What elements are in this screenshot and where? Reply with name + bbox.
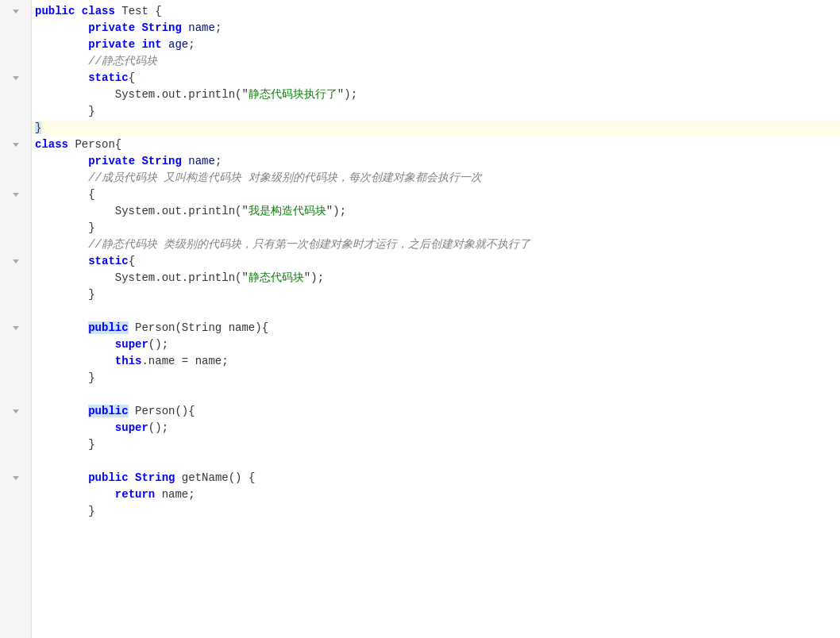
line-content-10: private String name; <box>32 153 824 170</box>
line-content-25: public Person(){ <box>32 403 824 420</box>
editor-container: public class Test { private String name;… <box>0 0 840 638</box>
gutter-line-31 <box>12 503 20 520</box>
line-content-24 <box>32 386 824 403</box>
code-line-6: System.out.println("静态代码块执行了"); <box>32 86 840 103</box>
code-line-31: } <box>32 503 840 520</box>
code-line-27: } <box>32 436 840 453</box>
line-content-5: static{ <box>32 70 824 86</box>
line-content-17: System.out.println("静态代码块"); <box>32 270 824 286</box>
line-content-13: System.out.println("我是构造代码块"); <box>32 203 824 220</box>
code-line-7: } <box>32 103 840 120</box>
gutter-line-11 <box>12 170 20 186</box>
code-line-23: } <box>32 370 840 386</box>
fold-marker-20[interactable] <box>12 320 20 336</box>
gutter-line-27 <box>12 436 20 453</box>
code-line-18: } <box>32 286 840 303</box>
gutter-line-10 <box>12 153 20 170</box>
gutter-line-3 <box>12 37 20 53</box>
line-content-22: this.name = name; <box>32 353 824 370</box>
gutter-line-30 <box>12 486 20 503</box>
line-content-3: private int age; <box>32 37 824 53</box>
code-line-17: System.out.println("静态代码块"); <box>32 270 840 286</box>
gutter-line-14 <box>12 220 20 236</box>
line-content-18: } <box>32 286 824 303</box>
gutter-line-23 <box>12 370 20 386</box>
code-gutter <box>0 0 32 638</box>
line-content-1: public class Test { <box>32 3 824 20</box>
gutter-line-24 <box>12 386 20 403</box>
line-content-19 <box>32 303 824 320</box>
code-line-20: public Person(String name){ <box>32 320 840 336</box>
code-line-13: System.out.println("我是构造代码块"); <box>32 203 840 220</box>
gutter-line-6 <box>12 86 20 103</box>
line-content-11: //成员代码块 又叫构造代码块 对象级别的代码块，每次创建对象都会执行一次 <box>32 170 824 186</box>
line-content-26: super(); <box>32 420 824 436</box>
code-line-16: static{ <box>32 253 840 270</box>
code-line-11: //成员代码块 又叫构造代码块 对象级别的代码块，每次创建对象都会执行一次 <box>32 170 840 186</box>
code-line-22: this.name = name; <box>32 353 840 370</box>
code-line-9: class Person{ <box>32 136 840 153</box>
code-line-28 <box>32 453 840 470</box>
line-content-12: { <box>32 186 824 203</box>
code-line-25: public Person(){ <box>32 403 840 420</box>
line-content-7: } <box>32 103 824 120</box>
fold-marker-25[interactable] <box>12 403 20 420</box>
gutter-line-21 <box>12 336 20 353</box>
gutter-line-18 <box>12 286 20 303</box>
gutter-line-8 <box>12 120 20 136</box>
line-content-4: //静态代码块 <box>32 53 824 70</box>
gutter-line-19 <box>12 303 20 320</box>
line-content-6: System.out.println("静态代码块执行了"); <box>32 86 824 103</box>
fold-marker-1[interactable] <box>12 3 20 20</box>
line-content-20: public Person(String name){ <box>32 320 824 336</box>
code-line-19 <box>32 303 840 320</box>
gutter-line-26 <box>12 420 20 436</box>
code-line-10: private String name; <box>32 153 840 170</box>
code-line-8: } <box>32 120 840 136</box>
line-content-8: } <box>32 120 824 136</box>
code-line-24 <box>32 386 840 403</box>
code-line-4: //静态代码块 <box>32 53 840 70</box>
gutter-line-7 <box>12 103 20 120</box>
code-line-5: static{ <box>32 70 840 86</box>
code-line-15: //静态代码块 类级别的代码块，只有第一次创建对象时才运行，之后创建对象就不执行… <box>32 236 840 253</box>
line-content-14: } <box>32 220 824 236</box>
line-content-28 <box>32 453 824 470</box>
line-content-21: super(); <box>32 336 824 353</box>
code-line-3: private int age; <box>32 37 840 53</box>
gutter-line-2 <box>12 20 20 37</box>
line-content-29: public String getName() { <box>32 470 824 486</box>
line-content-9: class Person{ <box>32 136 824 153</box>
fold-marker-12[interactable] <box>12 186 20 203</box>
gutter-line-22 <box>12 353 20 370</box>
gutter-line-17 <box>12 270 20 286</box>
gutter-line-13 <box>12 203 20 220</box>
fold-marker-9[interactable] <box>12 136 20 153</box>
code-line-26: super(); <box>32 420 840 436</box>
code-line-29: public String getName() { <box>32 470 840 486</box>
line-content-23: } <box>32 370 824 386</box>
gutter-line-28 <box>12 453 20 470</box>
line-content-27: } <box>32 436 824 453</box>
code-line-30: return name; <box>32 486 840 503</box>
code-editor[interactable]: public class Test { private String name;… <box>32 0 840 638</box>
code-line-2: private String name; <box>32 20 840 37</box>
line-content-15: //静态代码块 类级别的代码块，只有第一次创建对象时才运行，之后创建对象就不执行… <box>32 236 824 253</box>
code-line-21: super(); <box>32 336 840 353</box>
fold-marker-16[interactable] <box>12 253 20 270</box>
line-content-2: private String name; <box>32 20 824 37</box>
gutter-line-4 <box>12 53 20 70</box>
line-content-31: } <box>32 503 824 520</box>
code-line-14: } <box>32 220 840 236</box>
code-line-12: { <box>32 186 840 203</box>
line-content-30: return name; <box>32 486 824 503</box>
line-content-16: static{ <box>32 253 824 270</box>
fold-marker-5[interactable] <box>12 70 20 86</box>
code-line-1: public class Test { <box>32 3 840 20</box>
fold-marker-29[interactable] <box>12 470 20 486</box>
gutter-line-15 <box>12 236 20 253</box>
